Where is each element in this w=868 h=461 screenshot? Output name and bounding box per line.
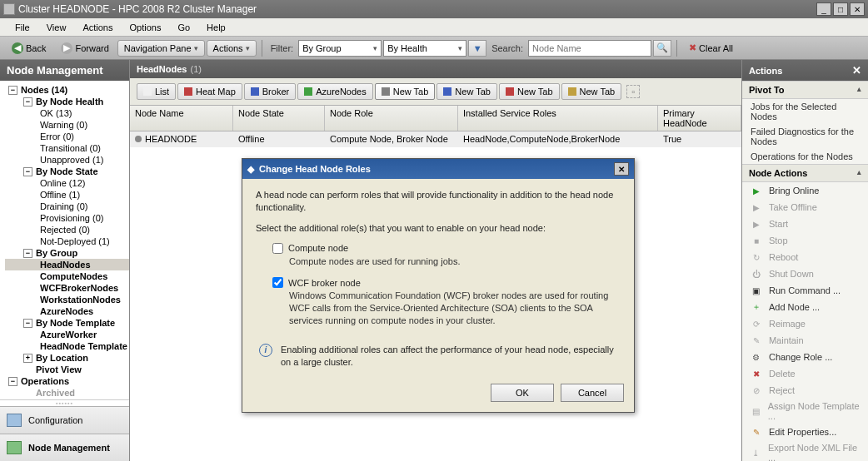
tree-nodes-root[interactable]: −Nodes (14) — [5, 84, 129, 96]
tab-label: Heat Map — [196, 87, 236, 97]
tree-health-transitional[interactable]: Transitional (0) — [5, 142, 129, 154]
tree-group-workstationnodes[interactable]: WorkstationNodes — [5, 294, 129, 305]
tree-state-provisioning[interactable]: Provisioning (0) — [5, 212, 129, 224]
action-icon: ✎ — [751, 335, 762, 346]
tree-by-node-state[interactable]: −By Node State — [5, 166, 129, 177]
tree-health-warning[interactable]: Warning (0) — [5, 119, 129, 131]
collapse-icon[interactable]: − — [23, 167, 32, 176]
action-run-command[interactable]: ▣Run Command ... — [742, 282, 868, 299]
menu-help[interactable]: Help — [198, 21, 234, 34]
minimize-button[interactable]: _ — [816, 2, 831, 16]
tree-operations[interactable]: −Operations — [5, 375, 129, 387]
collapse-icon[interactable]: − — [23, 319, 32, 328]
col-primary-headnode[interactable]: Primary HeadNode — [658, 106, 741, 131]
menu-go[interactable]: Go — [169, 21, 198, 34]
tree-state-online[interactable]: Online (12) — [5, 177, 129, 189]
tree-state-rejected[interactable]: Rejected (0) — [5, 224, 129, 235]
view-tab-list-0[interactable]: List — [137, 83, 176, 100]
filter-health-select[interactable]: By Health▾ — [383, 40, 466, 57]
menu-options[interactable]: Options — [121, 21, 169, 34]
view-tab-azurenodes-3[interactable]: AzureNodes — [297, 83, 373, 100]
back-button[interactable]: ◀Back — [5, 39, 52, 57]
tree-template-azureworker[interactable]: AzureWorker — [5, 329, 129, 340]
tree-by-node-template[interactable]: −By Node Template — [5, 317, 129, 329]
search-go-button[interactable]: 🔍 — [653, 40, 671, 57]
action-edit-properties[interactable]: ✎Edit Properties... — [742, 424, 868, 440]
tree-health-error[interactable]: Error (0) — [5, 131, 129, 142]
collapse-icon[interactable]: − — [23, 249, 32, 258]
view-tab-new-tab-6[interactable]: New Tab — [499, 83, 560, 100]
wcf-broker-option[interactable]: WCF broker node — [272, 277, 621, 288]
pivot-section-header[interactable]: Pivot To▴ — [742, 81, 868, 99]
tree-group-wcfbrokernodes[interactable]: WCFBrokerNodes — [5, 282, 129, 294]
navigation-pane-button[interactable]: Navigation Pane ▾ — [117, 40, 205, 57]
dialog-titlebar[interactable]: ◆Change Head Node Roles ✕ — [242, 159, 634, 179]
action-label: Delete — [769, 369, 796, 379]
cancel-button[interactable]: Cancel — [561, 384, 624, 402]
nav-configuration[interactable]: Configuration — [0, 406, 129, 434]
menu-file[interactable]: File — [7, 21, 38, 34]
tree-pivot-view[interactable]: Pivot View — [5, 364, 129, 375]
tree-health-ok[interactable]: OK (13) — [5, 107, 129, 119]
menu-view[interactable]: View — [38, 21, 75, 34]
col-node-name[interactable]: Node Name — [130, 106, 233, 131]
view-tab-new-tab-4[interactable]: New Tab — [375, 83, 436, 100]
pivot-diagnostics[interactable]: Failed Diagnostics for the Nodes — [742, 124, 868, 149]
filter-group-select[interactable]: By Group▾ — [298, 40, 382, 57]
action-add-node[interactable]: ＋Add Node ... — [742, 299, 868, 315]
tree-state-offline[interactable]: Offline (1) — [5, 189, 129, 201]
pivot-operations[interactable]: Operations for the Nodes — [742, 149, 868, 164]
toolbar: ◀Back ▶Forward Navigation Pane ▾ Actions… — [0, 37, 868, 60]
nav-node-management[interactable]: Node Management — [0, 434, 129, 461]
view-tab-new-tab-7[interactable]: New Tab — [561, 83, 622, 100]
filter-funnel-button[interactable]: ▼ — [468, 40, 486, 57]
chevron-down-icon: ▾ — [373, 44, 377, 52]
menu-actions[interactable]: Actions — [74, 21, 121, 34]
action-icon: ▤ — [751, 405, 761, 417]
tree-state-notdeployed[interactable]: Not-Deployed (1) — [5, 235, 129, 247]
actions-button[interactable]: Actions ▾ — [207, 40, 257, 57]
tab-color-icon — [506, 87, 514, 96]
table-row[interactable]: HEADNODE Offline Compute Node, Broker No… — [130, 131, 741, 147]
tree-group-headnodes[interactable]: HeadNodes — [5, 259, 129, 270]
tree-by-group[interactable]: −By Group — [5, 247, 129, 259]
pivot-jobs[interactable]: Jobs for the Selected Nodes — [742, 99, 868, 124]
splitter-handle[interactable] — [0, 399, 129, 406]
node-actions-header[interactable]: Node Actions▴ — [742, 164, 868, 182]
dialog-close-button[interactable]: ✕ — [614, 162, 629, 176]
forward-button[interactable]: ▶Forward — [54, 39, 115, 57]
search-input[interactable] — [528, 40, 651, 57]
compute-node-option[interactable]: Compute node — [272, 243, 621, 254]
action-change-role[interactable]: ⚙Change Role ... — [742, 349, 868, 365]
col-service-roles[interactable]: Installed Service Roles — [458, 106, 658, 131]
collapse-icon[interactable]: − — [23, 97, 32, 107]
actions-close-button[interactable]: ✕ — [852, 64, 861, 77]
col-node-state[interactable]: Node State — [233, 106, 325, 131]
tree-archived[interactable]: Archived — [5, 387, 129, 399]
close-button[interactable]: ✕ — [850, 2, 865, 16]
collapse-icon[interactable]: − — [8, 86, 17, 95]
view-tab-heat-map-1[interactable]: Heat Map — [177, 83, 242, 100]
tree-template-headnode[interactable]: HeadNode Template — [5, 340, 129, 352]
expand-icon[interactable]: + — [23, 354, 32, 363]
view-tab-broker-2[interactable]: Broker — [244, 83, 296, 100]
tree-health-unapproved[interactable]: Unapproved (1) — [5, 154, 129, 166]
tree-by-location[interactable]: +By Location — [5, 352, 129, 364]
navigation-tree[interactable]: −Nodes (14) −By Node Health OK (13) Warn… — [0, 81, 129, 399]
view-tab-new-tab-5[interactable]: New Tab — [436, 83, 497, 100]
action-bring-online[interactable]: ▶Bring Online — [742, 182, 868, 199]
compute-node-checkbox[interactable] — [272, 243, 283, 254]
action-icon: ＋ — [751, 301, 762, 313]
wcf-broker-checkbox[interactable] — [272, 277, 283, 288]
tree-state-draining[interactable]: Draining (0) — [5, 201, 129, 212]
add-tab-button[interactable]: ▫ — [626, 85, 640, 98]
tab-color-icon — [143, 87, 152, 96]
maximize-button[interactable]: □ — [833, 2, 848, 16]
tree-by-node-health[interactable]: −By Node Health — [5, 96, 129, 107]
ok-button[interactable]: OK — [491, 384, 554, 402]
tree-group-computenodes[interactable]: ComputeNodes — [5, 270, 129, 282]
collapse-icon[interactable]: − — [8, 377, 17, 386]
tree-group-azurenodes[interactable]: AzureNodes — [5, 305, 129, 317]
col-node-role[interactable]: Node Role — [325, 106, 458, 131]
clear-all-button[interactable]: ✖Clear All — [682, 39, 740, 57]
